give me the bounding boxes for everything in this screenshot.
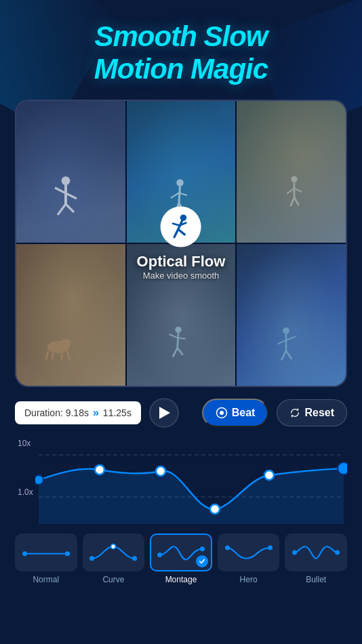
svg-point-58 [157, 552, 162, 557]
arrow-icon: » [93, 407, 99, 419]
svg-line-22 [62, 353, 63, 361]
preset-normal-curve [22, 540, 70, 565]
svg-line-17 [294, 197, 299, 205]
svg-line-33 [286, 336, 296, 340]
speed-curve-chart[interactable]: 10x 1.0x [15, 436, 347, 524]
svg-point-24 [175, 326, 181, 332]
play-triangle-icon [159, 407, 170, 419]
svg-line-35 [286, 350, 291, 359]
preset-curve-svg [89, 540, 137, 565]
svg-line-40 [174, 229, 178, 237]
svg-line-32 [277, 340, 286, 344]
svg-line-4 [58, 204, 66, 215]
svg-point-50 [264, 470, 274, 480]
chart-label-top: 10x [18, 439, 31, 448]
svg-line-5 [66, 204, 74, 212]
chart-svg [35, 436, 347, 524]
svg-point-59 [200, 546, 205, 551]
play-button[interactable] [149, 398, 179, 428]
presets-row: Normal Curve [15, 534, 347, 584]
svg-line-14 [287, 188, 294, 194]
logo-overlay: Optical Flow Make video smooth [137, 206, 226, 280]
preset-normal-thumb[interactable] [15, 534, 77, 571]
svg-point-46 [35, 475, 43, 485]
svg-point-47 [95, 465, 104, 475]
svg-point-54 [65, 551, 70, 556]
svg-point-30 [283, 327, 289, 334]
svg-point-12 [291, 176, 297, 182]
svg-point-6 [176, 179, 184, 186]
preset-hero[interactable]: Hero [218, 534, 280, 584]
check-icon [199, 558, 205, 565]
preset-hero-svg [225, 540, 273, 565]
title-line2: Motion Magic [94, 53, 268, 85]
reset-icon [289, 407, 300, 418]
title-section: Smooth Slow Motion Magic [81, 0, 281, 100]
svg-point-51 [338, 462, 347, 475]
preset-curve-label: Curve [102, 575, 124, 584]
main-title: Smooth Slow Motion Magic [94, 20, 268, 86]
logo-name: Optical Flow [137, 252, 226, 270]
svg-line-3 [66, 193, 77, 199]
svg-line-34 [281, 350, 286, 360]
preset-curve-thumb[interactable] [83, 534, 145, 571]
video-grid: Optical Flow Make video smooth [16, 101, 346, 386]
svg-line-7 [179, 186, 180, 203]
preset-bullet-svg [292, 540, 340, 565]
svg-line-27 [178, 338, 186, 338]
preset-normal[interactable]: Normal [15, 534, 77, 584]
svg-line-15 [294, 188, 302, 192]
svg-line-25 [178, 333, 178, 348]
preset-bullet[interactable]: Bullet [285, 534, 347, 584]
svg-line-8 [171, 193, 179, 198]
svg-line-23 [68, 351, 70, 359]
svg-point-0 [62, 176, 71, 185]
title-line1: Smooth Slow [95, 20, 268, 52]
duration-new: 11.25s [103, 407, 132, 418]
video-cell-1 [16, 101, 125, 243]
svg-line-2 [55, 188, 66, 193]
preset-hero-thumb[interactable] [218, 534, 280, 571]
beat-label: Beat [232, 407, 256, 419]
svg-point-61 [268, 545, 273, 550]
preset-bullet-thumb[interactable] [285, 534, 347, 571]
preset-bullet-label: Bullet [306, 575, 326, 584]
preset-curve[interactable]: Curve [83, 534, 145, 584]
svg-point-53 [22, 551, 27, 556]
video-cell-6 [237, 244, 346, 386]
video-cell-4 [16, 244, 125, 386]
beat-icon [216, 407, 228, 419]
svg-line-41 [178, 229, 185, 235]
svg-line-20 [46, 351, 48, 360]
reset-button[interactable]: Reset [277, 399, 347, 426]
preset-normal-label: Normal [33, 575, 59, 584]
svg-point-62 [292, 550, 297, 555]
duration-display: Duration: 9.18s » 11.25s [15, 401, 141, 424]
svg-point-43 [220, 411, 224, 415]
controls-section: Duration: 9.18s » 11.25s Beat [15, 398, 347, 584]
svg-point-56 [111, 544, 116, 548]
video-card: Optical Flow Make video smooth [15, 100, 347, 387]
svg-line-16 [290, 197, 294, 206]
preset-montage-label: Montage [165, 575, 197, 584]
svg-point-48 [156, 466, 165, 476]
svg-point-36 [180, 214, 187, 221]
svg-line-26 [169, 334, 178, 338]
svg-point-57 [132, 556, 137, 561]
svg-point-19 [61, 339, 71, 347]
beat-button[interactable]: Beat [202, 399, 269, 427]
main-container: Smooth Slow Motion Magic [0, 0, 362, 644]
controls-top-row: Duration: 9.18s » 11.25s Beat [15, 398, 347, 428]
preset-hero-label: Hero [240, 575, 258, 584]
preset-montage[interactable]: Montage [150, 534, 212, 584]
active-check-badge [196, 555, 208, 567]
svg-line-29 [178, 348, 183, 355]
video-cell-3 [237, 101, 346, 243]
svg-line-21 [52, 353, 54, 361]
svg-point-49 [210, 504, 220, 514]
svg-line-28 [173, 348, 178, 357]
logo-icon-bg [161, 206, 201, 247]
preset-montage-thumb[interactable] [150, 534, 212, 571]
chart-label-bottom: 1.0x [18, 487, 33, 497]
svg-point-63 [335, 550, 340, 555]
